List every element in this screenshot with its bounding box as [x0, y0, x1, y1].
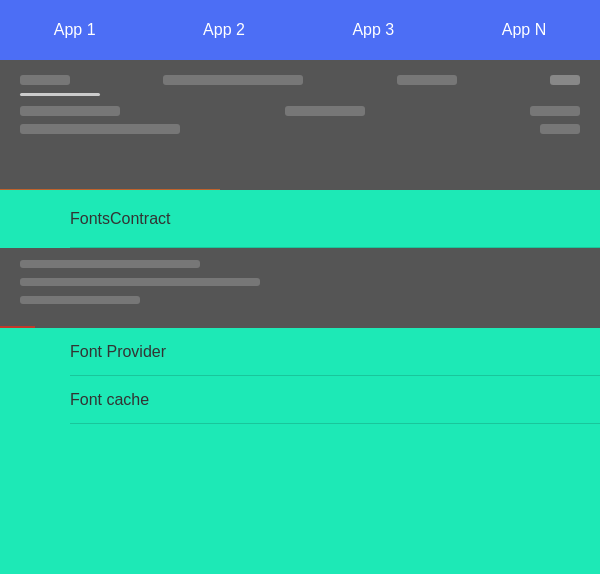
- tab-app1[interactable]: App 1: [34, 21, 116, 39]
- tab-appN[interactable]: App N: [482, 21, 566, 39]
- tab-app2[interactable]: App 2: [183, 21, 265, 39]
- ds1-white-line: [20, 93, 100, 96]
- font-cache-label: Font cache: [0, 391, 149, 409]
- app-bar: App 1 App 2 App 3 App N: [0, 0, 600, 60]
- main-container: App 1 App 2 App 3 App N: [0, 0, 600, 574]
- tab-app3[interactable]: App 3: [332, 21, 414, 39]
- ds1-row3: [20, 106, 580, 116]
- ds1-line1: [20, 75, 70, 85]
- font-provider-section: Font Provider: [0, 328, 600, 376]
- ds1-content: [0, 60, 600, 157]
- ds1-line3: [397, 75, 457, 85]
- dark-section-1: [0, 60, 600, 190]
- font-provider-label: Font Provider: [0, 343, 166, 361]
- fonts-contract-label: FontsContract: [0, 210, 170, 228]
- ds1-line4: [550, 75, 580, 85]
- ds1-line9: [540, 124, 580, 134]
- ds1-line2: [163, 75, 303, 85]
- ds1-line5: [20, 106, 120, 116]
- bottom-teal-section: [0, 424, 600, 574]
- ds1-row4: [20, 124, 580, 134]
- ds1-line7: [530, 106, 580, 116]
- ds2-line3: [20, 296, 140, 304]
- ds1-row1: [20, 75, 580, 85]
- ds2-content: [0, 248, 600, 316]
- dark-section-2: [0, 248, 600, 328]
- ds1-line8: [20, 124, 180, 134]
- ds2-line1: [20, 260, 200, 268]
- font-cache-section: Font cache: [0, 376, 600, 424]
- ds1-line6: [285, 106, 365, 116]
- ds2-line2: [20, 278, 260, 286]
- fonts-contract-section: FontsContract: [0, 190, 600, 248]
